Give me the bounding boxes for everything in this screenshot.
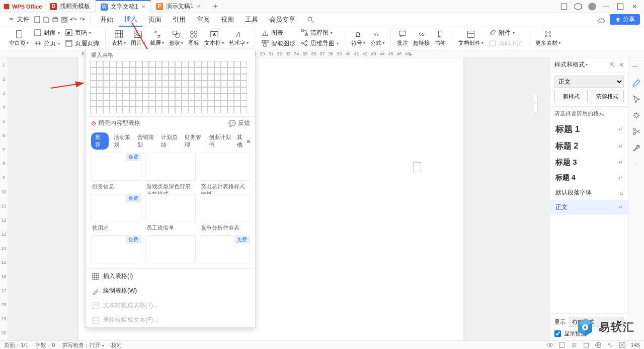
grid-cell[interactable] bbox=[201, 94, 208, 100]
undo-icon[interactable]: ↶▾ bbox=[69, 16, 77, 24]
template-item[interactable] bbox=[145, 194, 196, 222]
close-icon[interactable]: ✕ bbox=[197, 4, 201, 9]
grid-cell[interactable] bbox=[227, 61, 234, 67]
grid-cell[interactable] bbox=[110, 87, 116, 94]
grid-cell[interactable] bbox=[240, 107, 247, 113]
grid-cell[interactable] bbox=[175, 100, 182, 107]
grid-cell[interactable] bbox=[240, 61, 247, 67]
cat-plan[interactable]: 计划总结 bbox=[161, 133, 180, 149]
grid-cell[interactable] bbox=[188, 100, 195, 107]
grid-cell[interactable] bbox=[162, 74, 169, 81]
grid-cell[interactable] bbox=[149, 61, 155, 67]
template-item[interactable]: 免费 bbox=[91, 153, 141, 181]
pin-icon[interactable]: ⇱ bbox=[610, 61, 615, 68]
grid-cell[interactable] bbox=[97, 107, 103, 113]
grid-cell[interactable] bbox=[240, 94, 247, 100]
template-item[interactable]: 免费 bbox=[200, 235, 250, 263]
show-preview-checkbox[interactable] bbox=[554, 330, 561, 337]
cursor-icon[interactable] bbox=[632, 95, 641, 104]
grid-cell[interactable] bbox=[116, 87, 123, 94]
grid-cell[interactable] bbox=[155, 61, 162, 67]
grid-cell[interactable] bbox=[103, 100, 110, 107]
grid-cell[interactable] bbox=[182, 100, 188, 107]
grid-cell[interactable] bbox=[136, 87, 142, 94]
grid-cell[interactable] bbox=[227, 67, 234, 74]
grid-cell[interactable] bbox=[136, 100, 142, 107]
page-layout-icon[interactable] bbox=[558, 341, 566, 348]
grid-cell[interactable] bbox=[155, 67, 162, 74]
style-heading4[interactable]: 标题 4↵ bbox=[550, 170, 628, 185]
page-indicator[interactable]: 页面：1/1 bbox=[4, 341, 28, 349]
cube-icon[interactable] bbox=[574, 2, 583, 11]
grid-cell[interactable] bbox=[142, 61, 149, 67]
gear-icon[interactable] bbox=[632, 111, 641, 120]
grid-cell[interactable] bbox=[240, 81, 247, 87]
search-icon[interactable] bbox=[306, 16, 314, 24]
grid-cell[interactable] bbox=[110, 67, 116, 74]
grid-cell[interactable] bbox=[208, 107, 214, 113]
eye-icon[interactable] bbox=[546, 341, 553, 348]
new-style-button[interactable]: 新样式 bbox=[554, 91, 588, 102]
grid-cell[interactable] bbox=[129, 107, 136, 113]
grid-cell[interactable] bbox=[175, 94, 182, 100]
panel-handle[interactable]: › bbox=[534, 93, 538, 113]
doc-parts-button[interactable]: 文档部件▾ bbox=[458, 30, 484, 47]
grid-cell[interactable] bbox=[103, 74, 110, 81]
grid-cell[interactable] bbox=[142, 74, 149, 81]
grid-cell[interactable] bbox=[214, 94, 221, 100]
grid-cell[interactable] bbox=[116, 100, 123, 107]
split-page-button[interactable]: 分页▾ bbox=[34, 39, 60, 48]
grid-cell[interactable] bbox=[169, 100, 175, 107]
grid-cell[interactable] bbox=[201, 100, 208, 107]
blank-page-button[interactable]: 空白页▾ bbox=[9, 30, 29, 47]
icon-button[interactable]: 图标 bbox=[188, 30, 199, 47]
grid-cell[interactable] bbox=[129, 81, 136, 87]
grid-cell[interactable] bbox=[129, 67, 136, 74]
grid-cell[interactable] bbox=[142, 81, 149, 87]
grid-cell[interactable] bbox=[227, 100, 234, 107]
style-heading3[interactable]: 标题 3↵ bbox=[550, 155, 628, 170]
cover-button[interactable]: 封面▾ bbox=[34, 29, 60, 37]
grid-cell[interactable] bbox=[234, 67, 240, 74]
grid-cell[interactable] bbox=[149, 87, 155, 94]
attachment-button[interactable]: 附件▾ bbox=[489, 29, 523, 37]
grid-cell[interactable] bbox=[182, 87, 188, 94]
grid-cell[interactable] bbox=[188, 74, 195, 81]
tab-doc1[interactable]: W 文字文稿1 ✕ bbox=[96, 0, 151, 13]
grid-cell[interactable] bbox=[162, 61, 169, 67]
grid-cell[interactable] bbox=[208, 87, 214, 94]
save-icon[interactable] bbox=[42, 16, 50, 24]
grid-cell[interactable] bbox=[136, 81, 142, 87]
grid-cell[interactable] bbox=[208, 61, 214, 67]
grid-cell[interactable] bbox=[136, 61, 142, 67]
print-preview-icon[interactable] bbox=[60, 16, 68, 24]
grid-cell[interactable] bbox=[221, 74, 227, 81]
style-heading1[interactable]: 标题 1↵ bbox=[550, 120, 628, 138]
grid-cell[interactable] bbox=[208, 94, 214, 100]
grid-cell[interactable] bbox=[188, 94, 195, 100]
template-item[interactable]: 免费 bbox=[91, 235, 141, 263]
grid-cell[interactable] bbox=[149, 107, 155, 113]
grid-cell[interactable] bbox=[208, 81, 214, 87]
grid-cell[interactable] bbox=[116, 74, 123, 81]
grid-cell[interactable] bbox=[240, 74, 247, 81]
grid-cell[interactable] bbox=[142, 67, 149, 74]
grid-cell[interactable] bbox=[162, 81, 169, 87]
grid-cell[interactable] bbox=[90, 61, 97, 67]
grid-cell[interactable] bbox=[175, 67, 182, 74]
grid-cell[interactable] bbox=[123, 107, 129, 113]
grid-cell[interactable] bbox=[169, 61, 175, 67]
grid-cell[interactable] bbox=[116, 107, 123, 113]
grid-cell[interactable] bbox=[214, 107, 221, 113]
cat-finance[interactable]: 财务管理 bbox=[185, 133, 203, 149]
spellcheck-status[interactable]: 拼写检查：打开 ▾ bbox=[62, 341, 104, 349]
menu-member[interactable]: 会员专享 bbox=[264, 13, 300, 26]
grid-cell[interactable] bbox=[162, 107, 169, 113]
cloud-icon[interactable] bbox=[597, 16, 605, 24]
grid-cell[interactable] bbox=[169, 81, 175, 87]
grid-cell[interactable] bbox=[169, 67, 175, 74]
grid-cell[interactable] bbox=[175, 74, 182, 81]
tab-presentation[interactable]: P 演示文稿1 ✕ bbox=[151, 0, 206, 13]
grid-cell[interactable] bbox=[149, 100, 155, 107]
textbox-button[interactable]: A 文本框▾ bbox=[204, 30, 224, 47]
